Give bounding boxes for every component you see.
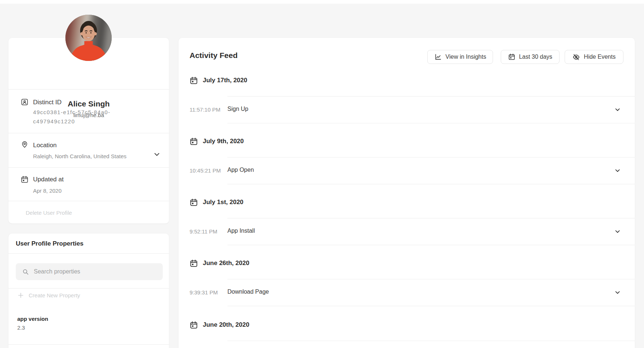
- search-icon: [22, 268, 29, 275]
- create-new-property-button[interactable]: Create New Property: [18, 292, 80, 298]
- divider: [8, 167, 169, 168]
- id-card-icon: [21, 98, 29, 106]
- delete-user-profile-button[interactable]: Delete User Profile: [26, 210, 72, 216]
- chevron-down-icon[interactable]: [614, 106, 621, 113]
- calendar-icon: [21, 175, 29, 184]
- chart-line-icon: [434, 53, 442, 61]
- divider: [8, 253, 169, 254]
- divider: [227, 123, 635, 123]
- divider: [8, 133, 169, 133]
- activity-feed-card: Activity Feed View in Insights Last 30 d…: [179, 38, 635, 348]
- button-label: Hide Events: [584, 54, 615, 60]
- feed-date-label: June 26th, 2020: [203, 260, 249, 267]
- event-time: 11:57:10 PM: [190, 106, 220, 113]
- calendar-icon: [190, 76, 198, 85]
- avatar-person-illustration: [65, 15, 112, 61]
- property-value[interactable]: 2.3: [17, 325, 25, 331]
- eye-off-icon: [572, 53, 580, 61]
- event-row[interactable]: 10:45:21 PM App Open: [179, 157, 635, 184]
- feed-date-header: July 9th, 2020: [190, 137, 244, 146]
- top-strip: [0, 0, 644, 4]
- field-label: Distinct ID: [33, 99, 61, 106]
- button-label: View in Insights: [446, 54, 486, 60]
- event-name: Download Page: [227, 289, 269, 295]
- property-name: app version: [17, 316, 48, 322]
- chevron-down-icon[interactable]: [614, 167, 621, 174]
- hide-events-button[interactable]: Hide Events: [565, 50, 623, 64]
- divider: [8, 89, 169, 90]
- view-in-insights-button[interactable]: View in Insights: [427, 50, 493, 64]
- event-name: Sign Up: [227, 106, 248, 112]
- calendar-icon: [190, 198, 198, 207]
- field-label: Location: [33, 142, 57, 149]
- event-time: 9:52:11 PM: [190, 228, 217, 235]
- user-profile-properties-card: User Profile Properties Search propertie…: [8, 233, 169, 348]
- activity-feed-title: Activity Feed: [190, 51, 238, 60]
- event-name: App Install: [227, 228, 255, 234]
- properties-title: User Profile Properties: [16, 240, 83, 247]
- chevron-down-icon[interactable]: [153, 151, 161, 158]
- event-row[interactable]: 9:39:31 PM Download Page: [179, 279, 635, 306]
- field-label: Updated at: [33, 176, 64, 183]
- plus-icon: [18, 292, 24, 298]
- location-pin-icon: [21, 140, 29, 148]
- calendar-icon: [190, 137, 198, 146]
- feed-date-label: July 9th, 2020: [203, 138, 244, 145]
- event-time: 9:39:31 PM: [190, 289, 218, 296]
- feed-date-header: June 26th, 2020: [190, 259, 249, 268]
- feed-date-label: July 17th, 2020: [203, 77, 247, 84]
- profile-card: Alice Singh limuj@he.ba Distinct ID 49cc…: [8, 38, 169, 224]
- date-range-button[interactable]: Last 30 days: [501, 50, 560, 64]
- divider: [227, 341, 635, 341]
- event-time: 10:45:21 PM: [190, 167, 221, 174]
- field-value-distinct-id: 49cc0381-e1fc-57c5-84a0-c497949c1220: [33, 108, 132, 126]
- avatar: [65, 15, 112, 61]
- calendar-icon: [190, 259, 198, 268]
- chevron-down-icon[interactable]: [614, 289, 621, 296]
- search-placeholder: Search properties: [34, 268, 80, 275]
- event-row[interactable]: 11:57:10 PM Sign Up: [179, 96, 635, 123]
- chevron-down-icon[interactable]: [614, 228, 621, 235]
- calendar-icon: [508, 53, 515, 61]
- field-value-location: Raleigh, North Carolina, United States: [33, 152, 126, 161]
- feed-date-header: July 17th, 2020: [190, 76, 247, 85]
- calendar-icon: [190, 321, 198, 329]
- event-row[interactable]: 9:52:11 PM App Install: [179, 218, 635, 245]
- divider: [227, 245, 635, 245]
- divider: [227, 306, 635, 306]
- profile-name: Alice Singh: [8, 99, 169, 108]
- divider: [8, 288, 169, 289]
- feed-date-header: July 1st, 2020: [190, 198, 244, 207]
- feed-date-label: June 20th, 2020: [203, 321, 249, 329]
- field-value-updated-at: Apr 8, 2020: [33, 186, 62, 195]
- button-label: Last 30 days: [519, 54, 553, 60]
- divider: [227, 184, 635, 184]
- event-name: App Open: [227, 167, 254, 173]
- divider: [8, 201, 169, 201]
- feed-date-label: July 1st, 2020: [203, 199, 244, 206]
- search-properties-input[interactable]: Search properties: [16, 263, 163, 280]
- create-new-property-label: Create New Property: [29, 292, 80, 298]
- feed-date-header: June 20th, 2020: [190, 320, 249, 329]
- divider: [8, 344, 169, 345]
